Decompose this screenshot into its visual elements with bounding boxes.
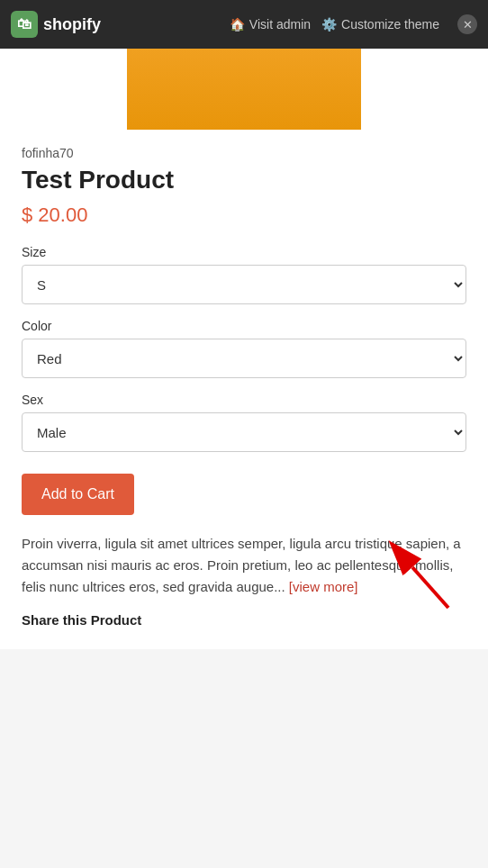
sex-label: Sex	[22, 393, 466, 407]
product-price: $ 20.00	[22, 203, 466, 227]
share-section: Share this Product	[22, 612, 466, 628]
size-label: Size	[22, 245, 466, 259]
close-icon: ✕	[463, 18, 473, 32]
add-to-cart-button[interactable]: Add to Cart	[22, 474, 134, 515]
size-group: Size S M L XL	[22, 245, 466, 304]
product-image	[127, 49, 361, 130]
svg-line-1	[412, 567, 448, 608]
topbar: 🛍 shopify 🏠 Visit admin ⚙️ Customize the…	[0, 0, 488, 49]
red-arrow-annotation	[385, 540, 457, 612]
customize-theme-link[interactable]: ⚙️ Customize theme	[321, 17, 439, 32]
color-label: Color	[22, 319, 466, 333]
gear-icon: ⚙️	[321, 17, 337, 32]
close-button[interactable]: ✕	[457, 14, 477, 34]
shopify-logo-text: shopify	[43, 15, 101, 34]
color-group: Color Red Blue Green Black	[22, 319, 466, 378]
customize-theme-label: Customize theme	[341, 17, 439, 32]
sex-select[interactable]: Male Female	[22, 412, 466, 452]
shopify-logo: 🛍 shopify	[11, 11, 101, 38]
product-title: Test Product	[22, 166, 466, 194]
store-name: fofinha70	[22, 146, 466, 160]
sex-group: Sex Male Female	[22, 393, 466, 452]
visit-admin-label: Visit admin	[249, 17, 311, 32]
product-image-area	[0, 49, 488, 130]
share-label: Share this Product	[22, 612, 141, 628]
shopify-bag-icon: 🛍	[11, 11, 38, 38]
size-select[interactable]: S M L XL	[22, 265, 466, 304]
product-content: fofinha70 Test Product $ 20.00 Size S M …	[0, 130, 488, 649]
home-icon: 🏠	[230, 17, 245, 32]
view-more-link[interactable]: [view more]	[289, 579, 358, 594]
visit-admin-link[interactable]: 🏠 Visit admin	[230, 17, 311, 32]
color-select[interactable]: Red Blue Green Black	[22, 339, 466, 378]
